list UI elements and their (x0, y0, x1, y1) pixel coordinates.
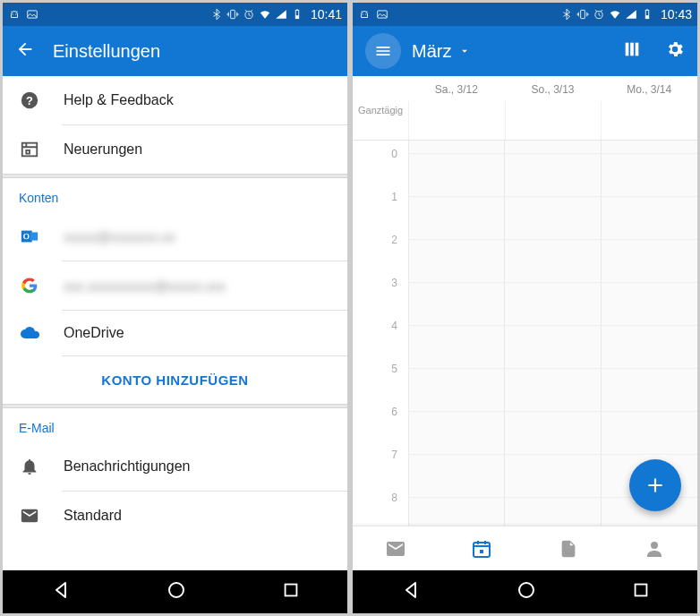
google-icon (19, 276, 40, 295)
android-nav-bar (353, 570, 697, 613)
vibrate-icon (576, 8, 589, 21)
svg-point-1 (15, 13, 16, 14)
svg-rect-19 (378, 11, 388, 18)
onedrive-icon (19, 326, 40, 340)
settings-item-label: Benachrichtigungen (64, 458, 331, 475)
svg-rect-25 (626, 43, 629, 56)
account-item-onedrive[interactable]: OneDrive (3, 311, 347, 355)
signal-icon (275, 8, 287, 21)
add-event-fab[interactable] (629, 459, 681, 511)
menu-icon[interactable] (365, 33, 401, 69)
svg-rect-2 (28, 11, 38, 18)
account-email-blurred: xxxxx@xxxxxxx.xx (64, 229, 331, 244)
outlook-icon (19, 227, 40, 246)
settings-item-standard[interactable]: Standard (3, 492, 347, 529)
svg-rect-24 (646, 9, 647, 10)
hour-label: 4 (353, 320, 403, 332)
svg-rect-7 (296, 9, 297, 10)
tab-calendar[interactable] (469, 536, 494, 561)
alarm-icon (593, 8, 605, 21)
hour-label: 0 (353, 148, 403, 160)
section-header-accounts: Konten (3, 178, 347, 212)
signal-icon (625, 8, 637, 21)
svg-rect-29 (480, 550, 483, 553)
allday-cell[interactable] (601, 101, 697, 140)
day-header-row: Sa., 3/12 So., 3/13 Mo., 3/14 (353, 76, 697, 101)
status-time: 10:41 (311, 7, 342, 21)
svg-rect-3 (231, 10, 235, 18)
account-item-outlook[interactable]: xxxxx@xxxxxxx.xx (3, 212, 347, 261)
nav-back-icon[interactable] (400, 579, 422, 604)
svg-point-30 (651, 542, 658, 549)
day-header[interactable]: So., 3/13 (505, 83, 602, 96)
allday-cell[interactable] (505, 101, 602, 140)
battery-icon (291, 8, 303, 21)
svg-rect-26 (630, 43, 634, 56)
svg-point-18 (365, 13, 366, 14)
settings-content: ? Help & Feedback Neuerungen Konten xxxx… (3, 76, 347, 570)
back-icon[interactable] (15, 39, 35, 63)
day-header[interactable]: Sa., 3/12 (408, 83, 505, 96)
svg-rect-12 (30, 232, 38, 240)
gear-icon[interactable] (665, 39, 685, 63)
tab-people[interactable] (642, 536, 667, 561)
view-mode-icon[interactable] (622, 39, 642, 63)
vibrate-icon (226, 8, 239, 21)
android-head-icon (8, 8, 21, 21)
nav-home-icon[interactable] (516, 579, 537, 604)
status-time: 10:43 (661, 7, 692, 21)
day-header[interactable]: Mo., 3/14 (601, 83, 697, 96)
svg-rect-20 (581, 10, 585, 18)
month-selector[interactable]: März (412, 41, 471, 62)
nav-home-icon[interactable] (166, 579, 187, 604)
bell-icon (19, 457, 40, 476)
tab-mail[interactable] (383, 536, 408, 561)
settings-item-help[interactable]: ? Help & Feedback (3, 76, 347, 124)
wifi-icon (259, 8, 271, 21)
battery-icon (641, 8, 653, 21)
calendar-screen: 10:43 März Sa., 3/12 So., 3/13 Mo., 3/14… (353, 3, 697, 613)
svg-rect-27 (636, 43, 639, 56)
chevron-down-icon (458, 41, 471, 62)
nav-back-icon[interactable] (50, 579, 72, 604)
hour-label: 8 (353, 492, 403, 504)
hour-label: 6 (353, 406, 403, 418)
allday-cell[interactable] (408, 101, 505, 140)
section-header-email: E-Mail (3, 408, 347, 442)
settings-item-notifications[interactable]: Benachrichtigungen (3, 442, 347, 491)
help-icon: ? (19, 90, 40, 110)
nav-recent-icon[interactable] (631, 580, 651, 603)
svg-point-0 (13, 13, 13, 14)
bluetooth-icon (560, 8, 573, 21)
tab-files[interactable] (556, 536, 581, 561)
app-bar: Einstellungen (3, 26, 347, 76)
svg-point-14 (25, 234, 29, 239)
svg-point-31 (519, 583, 534, 597)
news-icon (19, 140, 40, 159)
account-email-blurred: xxx.xxxxxxxxxx@xxxxx.xxx (64, 278, 331, 294)
settings-item-neuerungen[interactable]: Neuerungen (3, 125, 347, 174)
svg-point-15 (169, 583, 184, 597)
nav-recent-icon[interactable] (281, 580, 301, 603)
settings-item-label: Help & Feedback (64, 92, 331, 108)
alarm-icon (243, 8, 255, 21)
hour-label: 3 (353, 277, 403, 289)
android-head-icon (358, 8, 371, 21)
svg-text:?: ? (26, 94, 33, 107)
android-nav-bar (3, 570, 347, 613)
add-account-button[interactable]: KONTO HINZUFÜGEN (3, 356, 347, 404)
wifi-icon (609, 8, 621, 21)
svg-rect-32 (635, 585, 646, 596)
status-bar: 10:41 (3, 3, 347, 26)
account-item-google[interactable]: xxx.xxxxxxxxxx@xxxxx.xxx (3, 261, 347, 310)
picture-icon (26, 8, 38, 21)
calendar-content: Sa., 3/12 So., 3/13 Mo., 3/14 Ganztägig … (353, 76, 697, 570)
settings-item-label: Standard (64, 508, 331, 524)
hour-label: 1 (353, 191, 403, 203)
svg-point-17 (363, 13, 363, 14)
account-label: OneDrive (64, 325, 331, 341)
svg-rect-16 (285, 585, 296, 596)
svg-rect-23 (645, 15, 649, 19)
hour-label: 2 (353, 234, 403, 246)
mail-icon (19, 506, 40, 526)
